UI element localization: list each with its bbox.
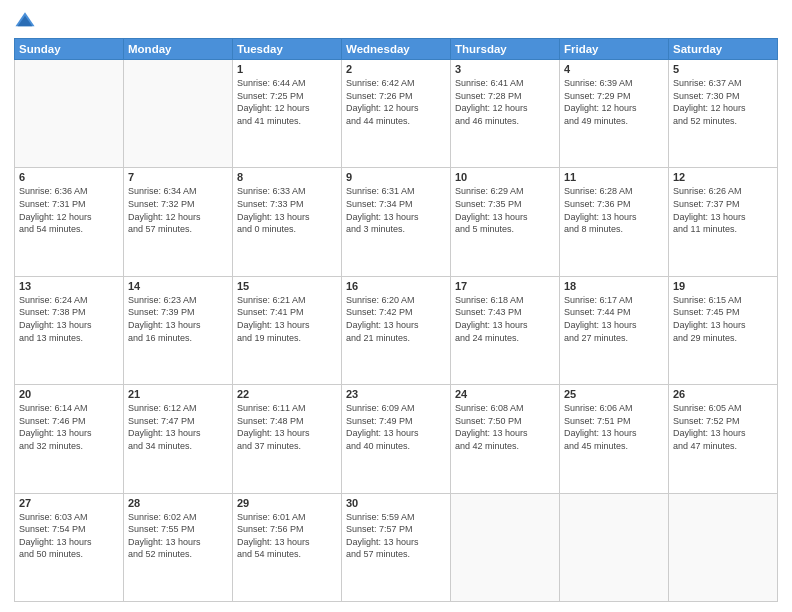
calendar-week-5: 27Sunrise: 6:03 AM Sunset: 7:54 PM Dayli… [15, 493, 778, 601]
calendar-week-4: 20Sunrise: 6:14 AM Sunset: 7:46 PM Dayli… [15, 385, 778, 493]
day-number: 22 [237, 388, 337, 400]
day-info: Sunrise: 6:18 AM Sunset: 7:43 PM Dayligh… [455, 294, 555, 344]
day-number: 3 [455, 63, 555, 75]
day-number: 1 [237, 63, 337, 75]
calendar-cell: 24Sunrise: 6:08 AM Sunset: 7:50 PM Dayli… [451, 385, 560, 493]
day-number: 9 [346, 171, 446, 183]
day-info: Sunrise: 6:23 AM Sunset: 7:39 PM Dayligh… [128, 294, 228, 344]
day-info: Sunrise: 6:39 AM Sunset: 7:29 PM Dayligh… [564, 77, 664, 127]
day-number: 19 [673, 280, 773, 292]
day-number: 10 [455, 171, 555, 183]
calendar-cell: 14Sunrise: 6:23 AM Sunset: 7:39 PM Dayli… [124, 276, 233, 384]
calendar-cell: 6Sunrise: 6:36 AM Sunset: 7:31 PM Daylig… [15, 168, 124, 276]
calendar-cell: 17Sunrise: 6:18 AM Sunset: 7:43 PM Dayli… [451, 276, 560, 384]
day-info: Sunrise: 6:31 AM Sunset: 7:34 PM Dayligh… [346, 185, 446, 235]
calendar-cell: 12Sunrise: 6:26 AM Sunset: 7:37 PM Dayli… [669, 168, 778, 276]
calendar-cell: 20Sunrise: 6:14 AM Sunset: 7:46 PM Dayli… [15, 385, 124, 493]
day-info: Sunrise: 6:28 AM Sunset: 7:36 PM Dayligh… [564, 185, 664, 235]
calendar-cell: 2Sunrise: 6:42 AM Sunset: 7:26 PM Daylig… [342, 60, 451, 168]
day-info: Sunrise: 6:44 AM Sunset: 7:25 PM Dayligh… [237, 77, 337, 127]
calendar-cell [124, 60, 233, 168]
day-info: Sunrise: 6:20 AM Sunset: 7:42 PM Dayligh… [346, 294, 446, 344]
day-number: 24 [455, 388, 555, 400]
day-number: 11 [564, 171, 664, 183]
calendar-cell: 27Sunrise: 6:03 AM Sunset: 7:54 PM Dayli… [15, 493, 124, 601]
header [14, 10, 778, 32]
weekday-sunday: Sunday [15, 39, 124, 60]
day-info: Sunrise: 6:05 AM Sunset: 7:52 PM Dayligh… [673, 402, 773, 452]
day-number: 6 [19, 171, 119, 183]
weekday-header-row: SundayMondayTuesdayWednesdayThursdayFrid… [15, 39, 778, 60]
day-number: 26 [673, 388, 773, 400]
day-number: 12 [673, 171, 773, 183]
day-number: 17 [455, 280, 555, 292]
calendar-cell [451, 493, 560, 601]
calendar-cell: 3Sunrise: 6:41 AM Sunset: 7:28 PM Daylig… [451, 60, 560, 168]
calendar-week-3: 13Sunrise: 6:24 AM Sunset: 7:38 PM Dayli… [15, 276, 778, 384]
day-number: 27 [19, 497, 119, 509]
calendar-cell: 8Sunrise: 6:33 AM Sunset: 7:33 PM Daylig… [233, 168, 342, 276]
page: SundayMondayTuesdayWednesdayThursdayFrid… [0, 0, 792, 612]
day-info: Sunrise: 6:02 AM Sunset: 7:55 PM Dayligh… [128, 511, 228, 561]
weekday-wednesday: Wednesday [342, 39, 451, 60]
calendar-cell: 16Sunrise: 6:20 AM Sunset: 7:42 PM Dayli… [342, 276, 451, 384]
calendar-cell: 21Sunrise: 6:12 AM Sunset: 7:47 PM Dayli… [124, 385, 233, 493]
day-number: 15 [237, 280, 337, 292]
day-info: Sunrise: 6:26 AM Sunset: 7:37 PM Dayligh… [673, 185, 773, 235]
day-info: Sunrise: 6:14 AM Sunset: 7:46 PM Dayligh… [19, 402, 119, 452]
calendar-cell: 30Sunrise: 5:59 AM Sunset: 7:57 PM Dayli… [342, 493, 451, 601]
calendar-cell: 5Sunrise: 6:37 AM Sunset: 7:30 PM Daylig… [669, 60, 778, 168]
calendar-week-2: 6Sunrise: 6:36 AM Sunset: 7:31 PM Daylig… [15, 168, 778, 276]
day-number: 18 [564, 280, 664, 292]
calendar-cell: 1Sunrise: 6:44 AM Sunset: 7:25 PM Daylig… [233, 60, 342, 168]
calendar-cell: 4Sunrise: 6:39 AM Sunset: 7:29 PM Daylig… [560, 60, 669, 168]
calendar-cell: 11Sunrise: 6:28 AM Sunset: 7:36 PM Dayli… [560, 168, 669, 276]
calendar-cell: 13Sunrise: 6:24 AM Sunset: 7:38 PM Dayli… [15, 276, 124, 384]
day-info: Sunrise: 6:17 AM Sunset: 7:44 PM Dayligh… [564, 294, 664, 344]
logo-icon [14, 10, 36, 32]
day-number: 2 [346, 63, 446, 75]
day-info: Sunrise: 6:41 AM Sunset: 7:28 PM Dayligh… [455, 77, 555, 127]
day-number: 23 [346, 388, 446, 400]
day-info: Sunrise: 6:06 AM Sunset: 7:51 PM Dayligh… [564, 402, 664, 452]
day-number: 30 [346, 497, 446, 509]
day-number: 20 [19, 388, 119, 400]
day-info: Sunrise: 6:36 AM Sunset: 7:31 PM Dayligh… [19, 185, 119, 235]
calendar-cell: 26Sunrise: 6:05 AM Sunset: 7:52 PM Dayli… [669, 385, 778, 493]
day-number: 7 [128, 171, 228, 183]
day-number: 8 [237, 171, 337, 183]
day-info: Sunrise: 6:24 AM Sunset: 7:38 PM Dayligh… [19, 294, 119, 344]
day-info: Sunrise: 6:15 AM Sunset: 7:45 PM Dayligh… [673, 294, 773, 344]
day-number: 4 [564, 63, 664, 75]
calendar-cell: 19Sunrise: 6:15 AM Sunset: 7:45 PM Dayli… [669, 276, 778, 384]
weekday-friday: Friday [560, 39, 669, 60]
day-number: 13 [19, 280, 119, 292]
day-info: Sunrise: 6:29 AM Sunset: 7:35 PM Dayligh… [455, 185, 555, 235]
calendar-cell: 7Sunrise: 6:34 AM Sunset: 7:32 PM Daylig… [124, 168, 233, 276]
day-info: Sunrise: 6:34 AM Sunset: 7:32 PM Dayligh… [128, 185, 228, 235]
day-number: 25 [564, 388, 664, 400]
calendar-cell: 23Sunrise: 6:09 AM Sunset: 7:49 PM Dayli… [342, 385, 451, 493]
day-number: 28 [128, 497, 228, 509]
day-info: Sunrise: 6:37 AM Sunset: 7:30 PM Dayligh… [673, 77, 773, 127]
day-info: Sunrise: 6:11 AM Sunset: 7:48 PM Dayligh… [237, 402, 337, 452]
logo [14, 10, 40, 32]
calendar-cell: 22Sunrise: 6:11 AM Sunset: 7:48 PM Dayli… [233, 385, 342, 493]
calendar-week-1: 1Sunrise: 6:44 AM Sunset: 7:25 PM Daylig… [15, 60, 778, 168]
calendar-cell: 18Sunrise: 6:17 AM Sunset: 7:44 PM Dayli… [560, 276, 669, 384]
calendar-cell [15, 60, 124, 168]
day-info: Sunrise: 6:08 AM Sunset: 7:50 PM Dayligh… [455, 402, 555, 452]
calendar-cell: 9Sunrise: 6:31 AM Sunset: 7:34 PM Daylig… [342, 168, 451, 276]
day-info: Sunrise: 6:01 AM Sunset: 7:56 PM Dayligh… [237, 511, 337, 561]
day-number: 29 [237, 497, 337, 509]
day-info: Sunrise: 6:33 AM Sunset: 7:33 PM Dayligh… [237, 185, 337, 235]
calendar-cell: 29Sunrise: 6:01 AM Sunset: 7:56 PM Dayli… [233, 493, 342, 601]
day-info: Sunrise: 6:21 AM Sunset: 7:41 PM Dayligh… [237, 294, 337, 344]
day-info: Sunrise: 6:12 AM Sunset: 7:47 PM Dayligh… [128, 402, 228, 452]
day-number: 14 [128, 280, 228, 292]
weekday-saturday: Saturday [669, 39, 778, 60]
calendar-cell: 10Sunrise: 6:29 AM Sunset: 7:35 PM Dayli… [451, 168, 560, 276]
day-number: 16 [346, 280, 446, 292]
day-info: Sunrise: 6:42 AM Sunset: 7:26 PM Dayligh… [346, 77, 446, 127]
day-info: Sunrise: 5:59 AM Sunset: 7:57 PM Dayligh… [346, 511, 446, 561]
